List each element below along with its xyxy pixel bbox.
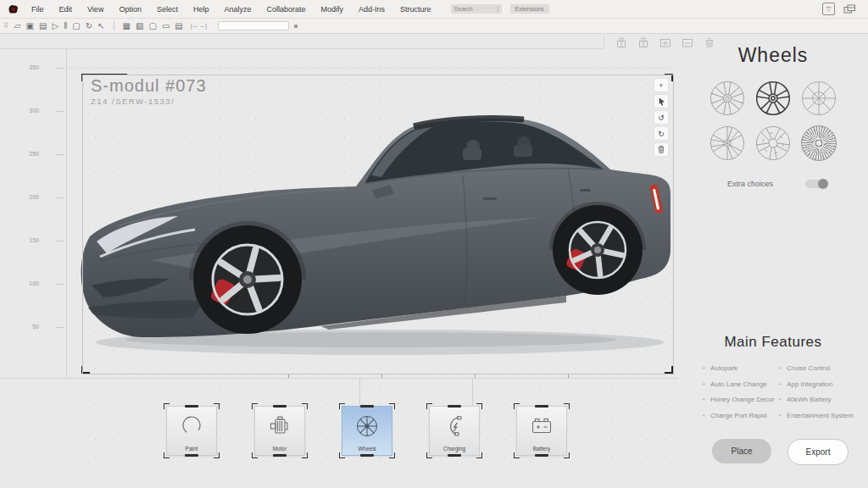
motor-icon: [267, 413, 292, 439]
search-input[interactable]: Search: [451, 4, 502, 14]
app-logo-icon[interactable]: [7, 3, 19, 15]
pause-tool-icon[interactable]: ‖: [64, 19, 67, 33]
wheel-option-6[interactable]: [800, 125, 837, 162]
wheels-icon: [354, 413, 380, 439]
cursor-icon[interactable]: [654, 94, 669, 108]
category-tile-charging[interactable]: Charging: [429, 406, 480, 456]
copy-tool-icon[interactable]: ▭: [162, 19, 170, 33]
baseline-tick: [475, 374, 476, 378]
wheels-panel-title: Wheels: [678, 44, 868, 67]
menu-collaborate[interactable]: Collaborate: [259, 5, 313, 14]
right-panel: Wheels: [678, 34, 868, 488]
category-label: Battery: [517, 446, 566, 452]
tile-connector: [359, 379, 360, 406]
ruler-label: 150: [22, 237, 39, 243]
feature-item: Autopark: [702, 364, 775, 372]
tool-ribbon: ⠿ ▱ ▣ ▤ ▷ ‖ ▢ ↻ ↖ ▦ ▧ ▢ ▭ ▤ |– –|: [0, 19, 868, 34]
menu-view[interactable]: View: [80, 5, 111, 14]
ruler-label: 300: [22, 108, 39, 114]
category-label: Paint: [167, 446, 216, 452]
feature-item: Honey Orange Decor: [702, 396, 775, 403]
model-title: S-modul #073: [91, 76, 207, 96]
toggle-knob: [818, 179, 828, 189]
undo-icon[interactable]: ↺: [654, 110, 669, 125]
export-button[interactable]: Export: [787, 439, 849, 465]
ruler-tick: [56, 197, 64, 198]
menu-edit[interactable]: Edit: [52, 5, 81, 14]
main-features-title: Main Features: [678, 334, 868, 351]
baseline-tick: [381, 374, 382, 378]
ruler-tick: [56, 284, 64, 285]
layers-tool-icon[interactable]: ▣: [26, 19, 34, 33]
dock-top-icon[interactable]: [615, 37, 627, 48]
wheel-option-2-selected[interactable]: [754, 80, 792, 117]
features-right-column: Cruise Control App Integration 40kWh Bat…: [778, 364, 854, 427]
place-button[interactable]: Place: [712, 439, 771, 463]
ruler-label: 250: [22, 151, 39, 157]
model-label: S-modul #073 Z14 /SERW-1533/: [91, 76, 207, 106]
wheel-option-3[interactable]: [800, 80, 837, 117]
search-placeholder: Search: [454, 6, 473, 12]
toolbar-divider: [114, 21, 114, 30]
category-label: Motor: [255, 446, 304, 452]
menu-select[interactable]: Select: [149, 5, 186, 14]
ruler-tick: [56, 241, 64, 241]
canvas-top-vguide: [604, 34, 604, 48]
save-tool-icon[interactable]: ▤: [39, 19, 47, 33]
box-tool-icon[interactable]: ▢: [148, 19, 156, 33]
extra-choices-toggle[interactable]: [805, 180, 827, 188]
ruler-tick: [56, 68, 64, 69]
rectangle-tool-icon[interactable]: ▢: [72, 19, 80, 33]
car-rear-wheel: [553, 205, 643, 295]
category-tile-battery[interactable]: Battery: [516, 406, 567, 456]
battery-icon: [529, 413, 554, 439]
add-icon[interactable]: +: [654, 78, 669, 92]
cursor-tool-icon[interactable]: ↖: [97, 19, 104, 33]
baseline-tick: [568, 374, 569, 378]
expand-triangle-icon[interactable]: ▽: [822, 3, 835, 15]
stack-tool-icon[interactable]: ▧: [136, 19, 143, 33]
wheel-option-5[interactable]: [754, 125, 792, 162]
play-tool-icon[interactable]: ▷: [52, 19, 58, 33]
fit-width-icon[interactable]: [659, 37, 671, 48]
window-tool-icon[interactable]: ▦: [123, 19, 131, 33]
feature-item: Cruise Control: [778, 364, 854, 372]
feature-item: Charge Port Rapid: [702, 412, 775, 419]
car-front-wheel: [193, 225, 302, 334]
trash-icon[interactable]: [654, 142, 669, 157]
menu-modify[interactable]: Modify: [314, 5, 352, 14]
features-left-column: Autopark Auto Lane Change Honey Orange D…: [702, 364, 775, 427]
category-tile-paint[interactable]: Paint: [166, 406, 217, 456]
menu-help[interactable]: Help: [186, 5, 217, 14]
dock-bottom-icon[interactable]: [637, 37, 649, 48]
menu-option[interactable]: Option: [111, 5, 149, 14]
wheel-options-grid: [688, 75, 858, 165]
wheel-option-4[interactable]: [709, 125, 746, 162]
menu-addins[interactable]: Add-Ins: [351, 5, 392, 14]
menu-bar: File Edit View Option Select Help Analyz…: [0, 0, 868, 19]
category-tile-wheels[interactable]: Wheels: [342, 406, 392, 456]
menu-analyze[interactable]: Analyze: [216, 5, 259, 14]
feature-item: 40kWh Battery: [778, 396, 854, 403]
windows-icon[interactable]: [843, 4, 856, 14]
extra-choices-row: Extra choices: [727, 180, 827, 188]
ruler-tick: [56, 327, 64, 328]
grip-handle-icon[interactable]: ⠿: [3, 22, 8, 30]
shape-tool-icon[interactable]: ▱: [14, 19, 21, 33]
extensions-button[interactable]: Extensions: [510, 4, 549, 14]
extra-choices-label: Extra choices: [727, 180, 773, 188]
menu-structure[interactable]: Structure: [392, 5, 439, 14]
toolbar-input[interactable]: [218, 21, 289, 30]
folder-tool-icon[interactable]: ▤: [175, 19, 182, 33]
rotate-tool-icon[interactable]: ↻: [86, 19, 92, 33]
feature-item: Entertainment System: [778, 412, 854, 419]
menu-file[interactable]: File: [24, 5, 52, 14]
redo-icon[interactable]: ↻: [654, 126, 669, 141]
toolbar-input-handle: [294, 25, 298, 28]
feature-item: App Integration: [778, 380, 854, 388]
category-tile-motor[interactable]: Motor: [254, 406, 305, 456]
ruler-label: 50: [22, 324, 39, 330]
vertical-ruler: 350 300 250 200 150 100 50: [0, 48, 66, 378]
wheel-option-1[interactable]: [709, 80, 746, 117]
ruler-label: 200: [22, 194, 39, 200]
